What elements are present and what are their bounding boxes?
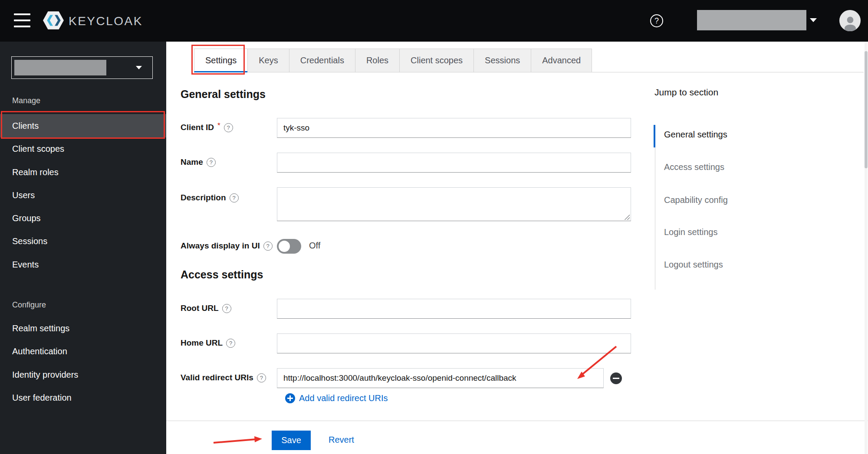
root-url-input[interactable] [277,299,631,319]
plus-circle-icon [285,393,295,403]
valid-redirect-uri-input[interactable] [277,368,604,388]
footer-divider [166,421,868,421]
description-textarea[interactable] [277,187,631,221]
sidebar-item-client-scopes[interactable]: Client scopes [0,137,166,160]
jump-item-logout-settings[interactable]: Logout settings [664,260,723,270]
question-circle-icon[interactable]: ? [207,158,216,167]
jump-item-capability-config[interactable]: Capability config [664,195,728,205]
brand-wordmark: KEYCLOAK [69,14,143,28]
toggle-state-label: Off [309,241,320,251]
add-redirect-uri-button[interactable]: Add valid redirect URIs [285,393,388,403]
client-detail-tabs: Settings Keys Credentials Roles Client s… [194,49,592,72]
annotation-arrow-save-button [214,436,262,443]
sidebar-item-clients[interactable]: Clients [0,114,166,137]
realm-name-redacted-block [14,60,106,75]
access-settings-heading: Access settings [181,268,263,281]
name-input[interactable] [277,153,631,173]
scrollbar-thumb[interactable] [865,51,868,168]
tab-credentials[interactable]: Credentials [289,49,355,72]
help-icon[interactable]: ? [650,14,663,27]
tab-keys[interactable]: Keys [247,49,289,72]
sidebar-item-events[interactable]: Events [0,253,166,276]
general-settings-heading: General settings [181,88,266,101]
jump-item-access-settings[interactable]: Access settings [664,162,724,172]
home-url-label: Home URL ? [181,338,235,348]
save-button[interactable]: Save [272,431,311,450]
question-circle-icon[interactable]: ? [263,242,273,251]
question-circle-icon[interactable]: ? [257,373,266,382]
jump-to-section-title: Jump to section [654,87,718,98]
tab-settings[interactable]: Settings [194,49,248,72]
keycloak-logo[interactable]: KEYCLOAK [43,10,143,33]
always-display-label: Always display in UI ? [181,241,273,251]
sidebar-item-sessions[interactable]: Sessions [0,229,166,253]
toggle-knob [279,241,290,252]
sidebar-item-identity-providers[interactable]: Identity providers [0,363,166,386]
sidebar-item-realm-settings[interactable]: Realm settings [0,317,166,340]
required-asterisk: * [217,121,220,130]
revert-button[interactable]: Revert [329,435,354,445]
sidebar-item-authentication[interactable]: Authentication [0,340,166,363]
description-label: Description ? [181,193,239,203]
jump-nav-rule [655,125,655,290]
sidebar-section-manage: Manage [12,96,40,105]
user-avatar-icon[interactable] [839,10,861,31]
user-menu-redacted-block[interactable] [697,10,806,30]
name-label: Name ? [181,157,216,167]
question-circle-icon[interactable]: ? [230,193,239,203]
hamburger-menu-icon[interactable] [14,13,30,28]
realm-selector-dropdown[interactable] [11,56,153,79]
question-circle-icon[interactable]: ? [224,123,233,132]
sidebar-section-configure: Configure [12,300,46,310]
sidebar-item-realm-roles[interactable]: Realm roles [0,160,166,184]
keycloak-logo-icon [43,10,64,33]
tab-roles[interactable]: Roles [355,49,400,72]
jump-item-general-settings[interactable]: General settings [664,130,727,140]
keycloak-admin-console: KEYCLOAK ? Manage Clients Client scopes … [0,0,868,454]
tab-advanced[interactable]: Advanced [531,49,592,72]
sidebar-nav: Manage Clients Client scopes Realm roles… [0,42,166,454]
client-id-input[interactable] [277,118,631,138]
valid-redirect-uris-label: Valid redirect URIs ? [181,373,266,382]
jump-item-login-settings[interactable]: Login settings [664,227,717,237]
minus-circle-icon[interactable] [610,372,622,384]
root-url-label: Root URL ? [181,304,231,313]
sidebar-item-users[interactable]: Users [0,183,166,207]
tab-client-scopes[interactable]: Client scopes [399,49,474,72]
question-circle-icon[interactable]: ? [222,304,231,313]
client-id-label: Client ID * ? [181,123,233,132]
always-display-toggle[interactable] [277,239,301,254]
chevron-down-icon [136,66,142,69]
sidebar-item-user-federation[interactable]: User federation [0,386,166,409]
home-url-input[interactable] [277,333,631,353]
tab-sessions[interactable]: Sessions [473,49,531,72]
jump-active-indicator [654,125,655,147]
top-header-bar: KEYCLOAK ? [0,0,868,42]
question-circle-icon[interactable]: ? [226,339,235,348]
chevron-down-icon[interactable] [810,18,817,22]
sidebar-item-groups[interactable]: Groups [0,206,166,230]
